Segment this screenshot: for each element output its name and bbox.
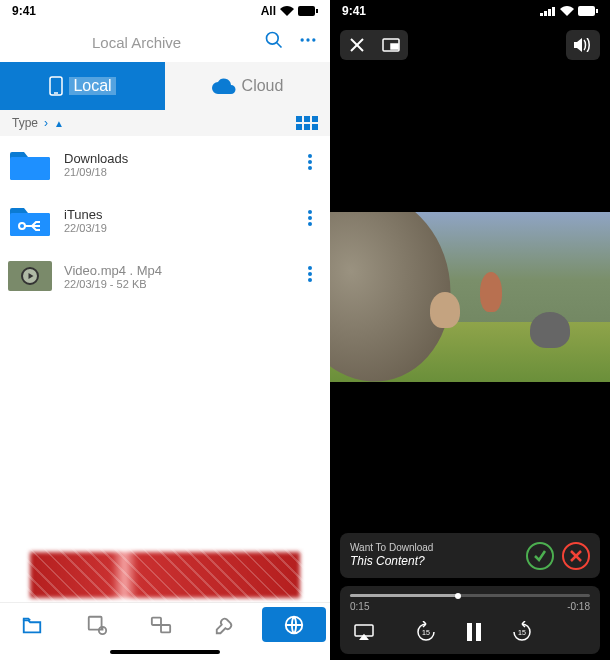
progress-bar[interactable] — [350, 594, 590, 597]
nav-media[interactable] — [64, 603, 128, 646]
header: Local Archive — [0, 22, 330, 62]
more-vertical-icon — [308, 266, 312, 282]
nav-browser[interactable] — [262, 607, 326, 642]
time-remaining: -0:18 — [567, 601, 590, 612]
sort-ascending-icon: ▲ — [54, 118, 64, 129]
svg-point-4 — [301, 38, 304, 41]
status-indicators: All — [261, 4, 318, 18]
file-name: iTunes — [64, 207, 286, 222]
airplay-button[interactable] — [350, 618, 378, 646]
pause-button[interactable] — [460, 618, 488, 646]
view-grid-button[interactable] — [296, 116, 318, 130]
svg-point-10 — [308, 154, 312, 158]
status-time: 9:41 — [12, 4, 36, 18]
forward-15-button[interactable]: 15 — [508, 618, 536, 646]
svg-text:15: 15 — [518, 629, 526, 636]
svg-point-6 — [312, 38, 315, 41]
signal-icon — [540, 6, 556, 16]
file-meta: 22/03/19 - 52 KB — [64, 278, 286, 290]
bottom-nav — [0, 602, 330, 646]
folder-open-icon — [21, 614, 43, 636]
tab-cloud[interactable]: Cloud — [165, 62, 330, 110]
more-button[interactable] — [298, 30, 318, 54]
sort-button[interactable]: Type › ▲ — [12, 116, 64, 130]
video-thumb-icon — [8, 261, 52, 291]
svg-rect-25 — [161, 625, 170, 632]
nav-files[interactable] — [0, 603, 64, 646]
progress-thumb[interactable] — [455, 593, 461, 599]
row-more-button[interactable] — [298, 210, 322, 231]
svg-rect-42 — [476, 623, 481, 641]
ad-banner[interactable] — [0, 548, 330, 602]
volume-button[interactable] — [566, 30, 600, 60]
svg-line-3 — [277, 43, 282, 48]
airplay-icon — [354, 624, 374, 640]
sort-bar: Type › ▲ — [0, 110, 330, 136]
pip-icon — [382, 38, 400, 52]
pip-button[interactable] — [374, 30, 408, 60]
status-bar: 9:41 All — [0, 0, 330, 22]
list-item[interactable]: iTunes 22/03/19 — [0, 192, 330, 248]
page-title: Local Archive — [12, 34, 181, 51]
file-list: Downloads 21/09/18 iTunes 22/03/19 Video… — [0, 136, 330, 548]
video-viewport[interactable] — [330, 68, 610, 525]
svg-rect-36 — [391, 44, 398, 49]
row-more-button[interactable] — [298, 266, 322, 287]
more-vertical-icon — [308, 210, 312, 226]
wifi-icon — [560, 6, 574, 16]
prompt-line1: Want To Download — [350, 541, 433, 554]
svg-rect-24 — [152, 617, 161, 624]
svg-rect-41 — [467, 623, 472, 641]
tab-local-label: Local — [69, 77, 115, 95]
svg-point-5 — [306, 38, 309, 41]
search-button[interactable] — [264, 30, 284, 54]
nav-transfer[interactable] — [129, 603, 193, 646]
status-indicators — [540, 6, 598, 16]
player-top-controls — [330, 22, 610, 68]
svg-rect-29 — [548, 9, 551, 16]
folder-usb-icon — [8, 202, 52, 238]
svg-rect-31 — [578, 6, 595, 16]
file-meta: 22/03/19 — [64, 222, 286, 234]
status-time: 9:41 — [342, 4, 366, 18]
video-player-panel: 9:41 Want To — [330, 0, 610, 660]
storage-tabs: Local Cloud — [0, 62, 330, 110]
rewind-15-button[interactable]: 15 — [412, 618, 440, 646]
svg-point-11 — [308, 160, 312, 164]
tab-local[interactable]: Local — [0, 62, 165, 110]
svg-point-18 — [308, 222, 312, 226]
svg-point-12 — [308, 166, 312, 170]
video-frame — [330, 212, 610, 382]
download-confirm-button[interactable] — [526, 542, 554, 570]
svg-text:15: 15 — [422, 629, 430, 636]
pause-icon — [466, 623, 482, 641]
folder-transfer-icon — [150, 614, 172, 636]
close-button[interactable] — [340, 30, 374, 60]
file-browser-panel: 9:41 All Local Archive Local Cloud Type … — [0, 0, 330, 660]
svg-rect-9 — [10, 157, 50, 180]
row-more-button[interactable] — [298, 154, 322, 175]
sort-label: Type — [12, 116, 38, 130]
svg-rect-0 — [298, 6, 315, 16]
nav-settings[interactable] — [193, 603, 257, 646]
svg-point-2 — [267, 33, 279, 45]
wrench-icon — [214, 614, 236, 636]
globe-icon — [283, 614, 305, 636]
check-icon — [533, 549, 547, 563]
forward-icon: 15 — [511, 621, 533, 643]
carrier-label: All — [261, 4, 276, 18]
cloud-icon — [212, 78, 236, 94]
list-item[interactable]: Video.mp4 . Mp4 22/03/19 - 52 KB — [0, 248, 330, 304]
close-icon — [349, 37, 365, 53]
svg-rect-13 — [10, 213, 50, 236]
list-item[interactable]: Downloads 21/09/18 — [0, 136, 330, 192]
folder-icon — [8, 146, 52, 182]
prompt-line2: This Content? — [350, 554, 433, 570]
download-prompt: Want To Download This Content? — [340, 533, 600, 578]
tab-cloud-label: Cloud — [242, 77, 284, 95]
battery-icon — [578, 6, 598, 16]
file-meta: 21/09/18 — [64, 166, 286, 178]
more-horizontal-icon — [298, 30, 318, 50]
download-cancel-button[interactable] — [562, 542, 590, 570]
player-bottom-controls: Want To Download This Content? 0:15 -0:1… — [330, 525, 610, 660]
